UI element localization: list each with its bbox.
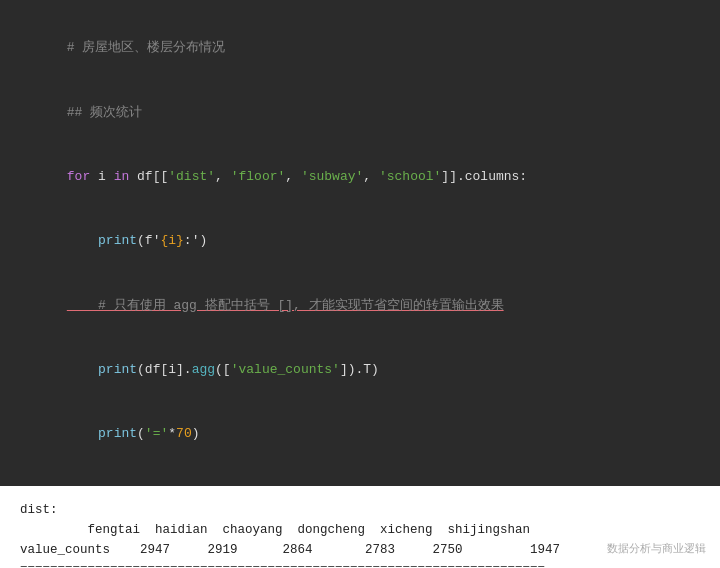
- str-floor: 'floor': [231, 169, 286, 184]
- print3-open: (: [137, 426, 145, 441]
- code-line3: print(df[i].agg(['value_counts']).T): [20, 338, 700, 402]
- comma1: ,: [215, 169, 231, 184]
- dist-label: dist:: [20, 500, 700, 520]
- code-line4: print('='*70): [20, 402, 700, 466]
- print3-close: ): [192, 426, 200, 441]
- indent3: [67, 426, 98, 441]
- code-comment2: ## 频次统计: [20, 80, 700, 144]
- code-line2: print(f'{i}:'): [20, 209, 700, 273]
- str-subway: 'subway': [301, 169, 363, 184]
- comma3: ,: [363, 169, 379, 184]
- comment-text1: # 房屋地区、楼层分布情况: [67, 40, 226, 55]
- dist-sep: ========================================…: [20, 560, 700, 568]
- print2: print: [98, 362, 137, 377]
- keyword-for: for: [67, 169, 98, 184]
- agg-args: ([: [215, 362, 231, 377]
- print3: print: [98, 426, 137, 441]
- print1-args: (f': [137, 233, 160, 248]
- str-school: 'school': [379, 169, 441, 184]
- agg-call: agg: [192, 362, 215, 377]
- dist-row: value_counts 2947 2919 2864 2783 2750 19…: [20, 540, 700, 560]
- indent1: [67, 233, 98, 248]
- print1: print: [98, 233, 137, 248]
- str-dist: 'dist': [168, 169, 215, 184]
- num70: 70: [176, 426, 192, 441]
- times: *: [168, 426, 176, 441]
- print2-open: (df[i].: [137, 362, 192, 377]
- code-comment3: # 只有使用 agg 搭配中括号 [], 才能实现节省空间的转置输出效果: [20, 273, 700, 337]
- agg-close: ]).T): [340, 362, 379, 377]
- comma2: ,: [285, 169, 301, 184]
- code-line1: for i in df[['dist', 'floor', 'subway', …: [20, 145, 700, 209]
- columns-call: ]].columns:: [441, 169, 527, 184]
- df-ref: df[[: [137, 169, 168, 184]
- str-equals: '=': [145, 426, 168, 441]
- code-block: # 房屋地区、楼层分布情况 ## 频次统计 for i in df[['dist…: [0, 0, 720, 486]
- var-i: i: [98, 169, 114, 184]
- str-value-counts: 'value_counts': [231, 362, 340, 377]
- code-comment1: # 房屋地区、楼层分布情况: [20, 16, 700, 80]
- dist-header: fengtai haidian chaoyang dongcheng xiche…: [20, 520, 700, 540]
- comment-text2: ## 频次统计: [67, 105, 142, 120]
- indent2: [67, 362, 98, 377]
- comment-text3: # 只有使用 agg 搭配中括号 [], 才能实现节省空间的转置输出效果: [67, 298, 504, 313]
- fstring1: {i}: [160, 233, 183, 248]
- keyword-in: in: [114, 169, 137, 184]
- watermark: 数据分析与商业逻辑: [607, 541, 706, 556]
- watermark-text: 数据分析与商业逻辑: [607, 542, 706, 554]
- colon-str: :'): [184, 233, 207, 248]
